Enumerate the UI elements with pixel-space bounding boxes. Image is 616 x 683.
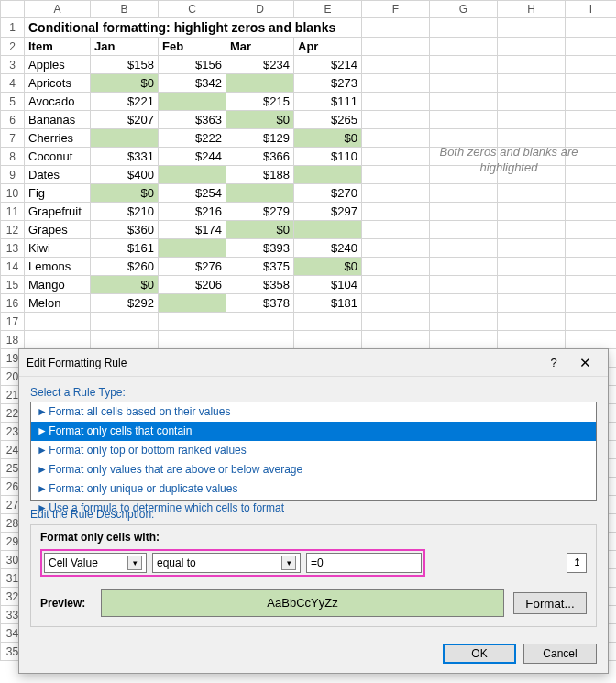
item-name[interactable]: Cherries (25, 129, 91, 148)
data-cell[interactable]: $254 (159, 184, 226, 203)
data-cell[interactable]: $342 (159, 74, 226, 93)
col-header[interactable]: C (159, 1, 226, 18)
data-cell[interactable]: $0 (226, 111, 294, 129)
data-cell[interactable]: $161 (91, 239, 159, 258)
row-header[interactable]: 11 (1, 203, 25, 221)
data-cell[interactable]: $331 (91, 148, 159, 166)
item-name[interactable]: Avocado (25, 93, 91, 111)
row-header[interactable]: 8 (1, 148, 25, 166)
data-cell[interactable] (91, 129, 159, 148)
data-cell[interactable] (159, 166, 226, 184)
data-cell[interactable]: $292 (91, 294, 159, 313)
col-header[interactable]: B (91, 1, 159, 18)
data-cell[interactable]: $158 (91, 56, 159, 74)
data-cell[interactable] (294, 166, 362, 184)
row-header[interactable]: 15 (1, 276, 25, 294)
item-name[interactable]: Melon (25, 294, 91, 313)
header-mar[interactable]: Mar (226, 38, 294, 56)
row-header[interactable]: 6 (1, 111, 25, 129)
rule-type-item[interactable]: ► Format only cells that contain (31, 422, 596, 441)
data-cell[interactable]: $0 (294, 258, 362, 276)
data-cell[interactable]: $0 (294, 129, 362, 148)
format-button[interactable]: Format... (513, 592, 587, 614)
data-cell[interactable]: $360 (91, 221, 159, 239)
data-cell[interactable]: $0 (91, 276, 159, 294)
data-cell[interactable]: $400 (91, 166, 159, 184)
data-cell[interactable]: $207 (91, 111, 159, 129)
row-header[interactable]: 18 (1, 331, 25, 349)
row-header[interactable]: 3 (1, 56, 25, 74)
close-button[interactable]: ✕ (569, 353, 600, 373)
data-cell[interactable]: $279 (226, 203, 294, 221)
rule-type-item[interactable]: ► Format all cells based on their values (31, 402, 596, 422)
criteria-value-input[interactable]: =0 (306, 553, 422, 573)
data-cell[interactable]: $273 (294, 74, 362, 93)
row-header[interactable]: 12 (1, 221, 25, 239)
data-cell[interactable]: $156 (159, 56, 226, 74)
data-cell[interactable] (294, 221, 362, 239)
data-cell[interactable]: $0 (91, 184, 159, 203)
header-jan[interactable]: Jan (91, 38, 159, 56)
row-header[interactable]: 17 (1, 313, 25, 331)
row-header[interactable]: 4 (1, 74, 25, 93)
data-cell[interactable]: $393 (226, 239, 294, 258)
rule-type-item[interactable]: ► Format only values that are above or b… (31, 460, 596, 479)
data-cell[interactable]: $110 (294, 148, 362, 166)
dialog-titlebar[interactable]: Edit Formatting Rule ? ✕ (19, 349, 608, 377)
data-cell[interactable] (226, 74, 294, 93)
data-cell[interactable] (159, 93, 226, 111)
data-cell[interactable]: $174 (159, 221, 226, 239)
col-header[interactable]: A (25, 1, 91, 18)
item-name[interactable]: Fig (25, 184, 91, 203)
col-header[interactable]: D (226, 1, 294, 18)
data-cell[interactable]: $260 (91, 258, 159, 276)
data-cell[interactable]: $188 (226, 166, 294, 184)
col-header[interactable]: G (430, 1, 498, 18)
data-cell[interactable]: $358 (226, 276, 294, 294)
data-cell[interactable]: $375 (226, 258, 294, 276)
rule-type-item[interactable]: ► Format only unique or duplicate values (31, 479, 596, 499)
data-cell[interactable] (226, 184, 294, 203)
data-cell[interactable]: $363 (159, 111, 226, 129)
data-cell[interactable]: $181 (294, 294, 362, 313)
data-cell[interactable]: $215 (226, 93, 294, 111)
col-header[interactable]: E (294, 1, 362, 18)
collapse-dialog-button[interactable]: ↥ (566, 553, 587, 573)
row-header[interactable]: 10 (1, 184, 25, 203)
item-name[interactable]: Kiwi (25, 239, 91, 258)
row-header[interactable]: 14 (1, 258, 25, 276)
data-cell[interactable]: $234 (226, 56, 294, 74)
ok-button[interactable]: OK (443, 644, 516, 661)
row-header[interactable]: 1 (1, 18, 25, 38)
item-name[interactable]: Dates (25, 166, 91, 184)
data-cell[interactable]: $366 (226, 148, 294, 166)
row-header[interactable]: 13 (1, 239, 25, 258)
data-cell[interactable]: $104 (294, 276, 362, 294)
data-cell[interactable]: $111 (294, 93, 362, 111)
row-header[interactable]: 9 (1, 166, 25, 184)
data-cell[interactable]: $129 (226, 129, 294, 148)
col-header[interactable]: F (362, 1, 430, 18)
item-name[interactable]: Lemons (25, 258, 91, 276)
data-cell[interactable]: $206 (159, 276, 226, 294)
data-cell[interactable]: $214 (294, 56, 362, 74)
rule-type-list[interactable]: ► Format all cells based on their values… (30, 402, 597, 501)
row-header[interactable]: 2 (1, 38, 25, 56)
data-cell[interactable] (159, 294, 226, 313)
data-cell[interactable]: $270 (294, 184, 362, 203)
header-feb[interactable]: Feb (159, 38, 226, 56)
cancel-button[interactable]: Cancel (523, 644, 597, 661)
data-cell[interactable]: $378 (226, 294, 294, 313)
data-cell[interactable]: $216 (159, 203, 226, 221)
col-header[interactable]: H (498, 1, 566, 18)
item-name[interactable]: Grapes (25, 221, 91, 239)
rule-type-item[interactable]: ► Format only top or bottom ranked value… (31, 441, 596, 460)
row-header[interactable]: 7 (1, 129, 25, 148)
data-cell[interactable]: $265 (294, 111, 362, 129)
header-item[interactable]: Item (25, 38, 91, 56)
help-button[interactable]: ? (538, 353, 569, 373)
data-cell[interactable]: $0 (91, 74, 159, 93)
data-cell[interactable]: $0 (226, 221, 294, 239)
col-header[interactable]: I (566, 1, 617, 18)
header-apr[interactable]: Apr (294, 38, 362, 56)
